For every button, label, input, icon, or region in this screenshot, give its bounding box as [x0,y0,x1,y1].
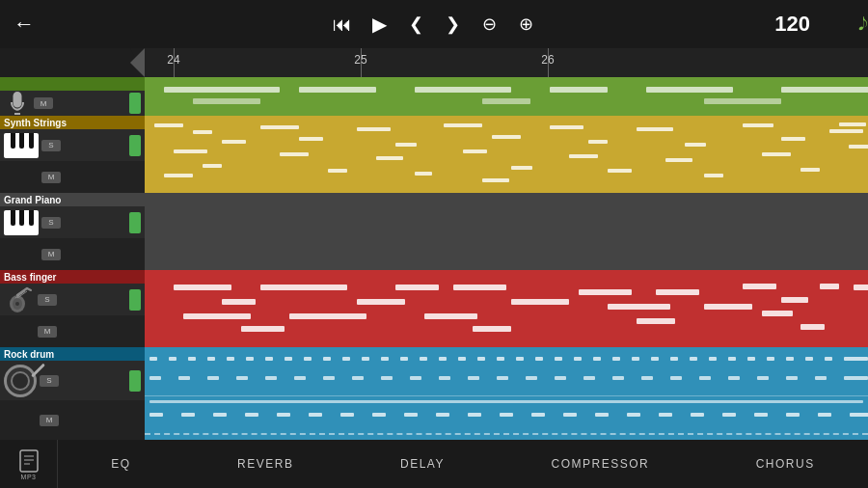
rock-drum-s-button[interactable]: S [40,375,59,387]
track-1-controls: M [0,91,145,116]
track-synth-strings-controls-bottom: M [0,161,145,193]
track-rock-drum-label: Rock drum S M [0,347,145,440]
track-synth-strings: Synth Strings S M [0,116,868,193]
reverb-button[interactable]: REVERB [237,457,293,471]
bass-finger-volume-bar [129,289,141,311]
track-rock-drum-name: Rock drum [4,349,54,360]
drum-icon [4,365,37,397]
delay-button[interactable]: DELAY [400,457,445,471]
track-1-volume-bar [129,93,141,114]
bass-finger-s-button[interactable]: S [38,294,57,306]
ruler-mark-25: 25 [354,53,366,67]
eq-button[interactable]: EQ [111,457,130,471]
track-grand-piano-label: Grand Piano S M [0,193,145,270]
mic-icon [4,91,31,116]
synth-strings-volume-bar [129,135,141,156]
chorus-button[interactable]: CHORUS [756,457,815,471]
svg-line-4 [27,288,31,290]
track-bass-finger-controls-bottom: M [0,315,145,347]
track-rock-drum: Rock drum S M // Will be replaced by [0,347,868,440]
synth-strings-m-button[interactable]: M [41,172,61,183]
zoom-out-button[interactable]: ⊖ [475,10,503,39]
track-bass-finger-label: Bass finger S M [0,270,145,347]
ruler-row: 24 25 26 // Will be generated by JS belo… [0,48,868,77]
bass-finger-m-button[interactable]: M [38,326,57,338]
rock-drum-m-button[interactable]: M [40,415,59,426]
piano-keys-icon-2 [4,210,39,235]
export-mp3-button[interactable]: MP3 [0,440,58,488]
export-icon: MP3 [18,448,40,480]
rock-drum-volume-bar [129,370,141,392]
synth-strings-sm-top: S [41,140,61,151]
track-synth-strings-controls-top: S [0,129,145,161]
track-bass-finger-sequence[interactable] [145,270,868,347]
track-synth-strings-name: Synth Strings [4,118,67,128]
svg-point-2 [15,302,19,306]
track-synth-strings-name-strip: Synth Strings [0,116,145,129]
grand-piano-volume-bar [129,212,141,233]
track-bass-finger-name: Bass finger [4,272,56,283]
track-synth-strings-label: Synth Strings S M [0,116,145,193]
compressor-button[interactable]: COMPRESSOR [551,457,649,471]
tempo-display: 120 [774,12,810,37]
track-bass-finger-controls-top: S [0,284,145,315]
synth-strings-s-button[interactable]: S [41,140,61,151]
transport-controls: ⏮ ▶ ❮ ❯ ⊖ ⊕ [328,10,540,39]
track-grand-piano-name: Grand Piano [4,195,61,205]
prev-button[interactable]: ❮ [401,10,430,39]
track-bass-finger: Bass finger S M [0,270,868,347]
guitar-icon [4,285,35,315]
header: ← ⏮ ▶ ❮ ❯ ⊖ ⊕ 120 𝅘𝅥𝅮 [0,0,868,48]
track-bass-finger-name-strip: Bass finger [0,270,145,284]
track-rock-drum-name-strip: Rock drum [0,347,145,361]
next-button[interactable]: ❯ [438,10,467,39]
track-grand-piano-name-strip: Grand Piano [0,193,145,206]
grand-piano-m-button[interactable]: M [41,249,61,260]
track-grand-piano: Grand Piano S M [0,193,868,270]
ruler-left [0,48,145,77]
track-1-label: M [0,77,145,116]
track-synth-strings-sequence[interactable] [145,116,868,193]
svg-line-3 [17,288,27,295]
skip-back-button[interactable]: ⏮ [328,10,357,39]
footer: MP3 EQ REVERB DELAY COMPRESSOR CHORUS [0,440,868,488]
ruler-mark-24: 24 [167,53,179,67]
play-button[interactable]: ▶ [365,10,393,39]
zoom-in-button[interactable]: ⊕ [511,10,540,39]
track-rock-drum-controls-bottom: M [0,400,145,440]
ruler-mark-26: 26 [541,53,554,67]
track-1-name-strip [0,77,145,91]
back-button[interactable]: ← [0,0,48,48]
track-1-sm-buttons: M [34,97,53,109]
grand-piano-s-button[interactable]: S [41,217,61,229]
track-grand-piano-controls-bottom: M [0,238,145,270]
track-1-m-button[interactable]: M [34,97,53,109]
track-1: M [0,77,868,116]
track-rock-drum-controls-top: S [0,361,145,400]
track-grand-piano-controls-top: S [0,206,145,238]
ruler-timeline: 24 25 26 // Will be generated by JS belo… [145,48,868,77]
track-rock-drum-sequence[interactable]: // Will be replaced by static divs below… [145,347,868,440]
piano-keys-icon [4,133,39,158]
track-grand-piano-sequence[interactable] [145,193,868,270]
track-1-sequence[interactable] [145,77,868,116]
svg-rect-7 [20,450,38,472]
effects-bar: EQ REVERB DELAY COMPRESSOR CHORUS [58,457,868,471]
export-label: MP3 [21,474,37,480]
